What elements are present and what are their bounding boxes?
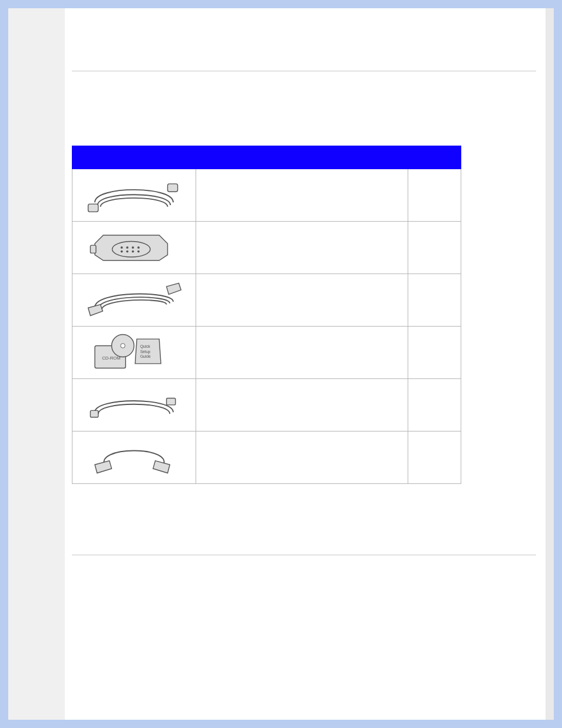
thin-cable-icon bbox=[75, 381, 193, 426]
mid-spacer bbox=[72, 87, 536, 146]
section-divider-bottom bbox=[72, 555, 536, 555]
header-image bbox=[72, 146, 196, 169]
svg-point-4 bbox=[126, 246, 128, 249]
left-gutter bbox=[8, 8, 65, 720]
page-frame: CD-ROM Quick Setup Guide bbox=[0, 0, 562, 728]
svg-point-9 bbox=[132, 251, 134, 253]
header-description bbox=[196, 146, 408, 169]
table-row bbox=[72, 169, 461, 222]
item-description bbox=[196, 379, 408, 431]
table-row: CD-ROM Quick Setup Guide bbox=[72, 327, 461, 379]
page-body: CD-ROM Quick Setup Guide bbox=[8, 8, 554, 720]
item-quantity bbox=[408, 222, 461, 274]
header-quantity bbox=[408, 146, 461, 169]
bottom-spacer bbox=[72, 571, 536, 728]
item-quantity bbox=[408, 327, 461, 379]
svg-text:Guide: Guide bbox=[140, 354, 151, 358]
svg-rect-0 bbox=[88, 204, 98, 212]
item-description bbox=[196, 274, 408, 327]
item-image-cable-1 bbox=[72, 169, 196, 222]
item-description bbox=[196, 222, 408, 274]
content-area: CD-ROM Quick Setup Guide bbox=[65, 8, 554, 720]
svg-rect-19 bbox=[90, 410, 98, 417]
item-image-adapter bbox=[72, 222, 196, 274]
item-description bbox=[196, 431, 408, 484]
cd-docs-icon: CD-ROM Quick Setup Guide bbox=[75, 329, 193, 374]
item-description bbox=[196, 169, 408, 222]
table-row bbox=[72, 222, 461, 274]
scrollbar-gutter bbox=[546, 8, 554, 720]
svg-text:Quick: Quick bbox=[140, 344, 151, 349]
svg-rect-11 bbox=[90, 245, 96, 253]
table-header-row bbox=[72, 146, 461, 169]
svg-point-8 bbox=[126, 251, 128, 253]
items-table: CD-ROM Quick Setup Guide bbox=[72, 146, 461, 484]
item-image-signal-cable bbox=[72, 274, 196, 327]
item-image-thin-cable bbox=[72, 379, 196, 431]
table-row bbox=[72, 274, 461, 327]
item-quantity bbox=[408, 431, 461, 484]
item-quantity bbox=[408, 274, 461, 327]
cable-icon bbox=[75, 172, 193, 216]
table-row bbox=[72, 431, 461, 484]
loop-cable-icon bbox=[75, 434, 193, 479]
post-table-spacer bbox=[72, 484, 536, 537]
adapter-icon bbox=[75, 224, 193, 269]
svg-text:Setup: Setup bbox=[140, 350, 151, 354]
item-description bbox=[196, 327, 408, 379]
item-image-loop-cable bbox=[72, 431, 196, 484]
svg-point-6 bbox=[137, 246, 140, 249]
top-spacer bbox=[72, 26, 536, 53]
table-row bbox=[72, 379, 461, 431]
svg-point-5 bbox=[132, 246, 134, 249]
svg-text:CD-ROM: CD-ROM bbox=[102, 355, 120, 361]
svg-point-10 bbox=[137, 251, 140, 253]
item-quantity bbox=[408, 379, 461, 431]
svg-rect-20 bbox=[167, 398, 176, 405]
item-quantity bbox=[408, 169, 461, 222]
svg-point-2 bbox=[112, 241, 150, 257]
item-image-cd-docs: CD-ROM Quick Setup Guide bbox=[72, 327, 196, 379]
svg-point-15 bbox=[121, 344, 125, 348]
svg-point-3 bbox=[121, 246, 123, 249]
svg-rect-1 bbox=[168, 184, 178, 192]
section-divider-top bbox=[72, 71, 536, 71]
signal-cable-icon bbox=[75, 276, 193, 321]
svg-point-7 bbox=[121, 251, 123, 253]
